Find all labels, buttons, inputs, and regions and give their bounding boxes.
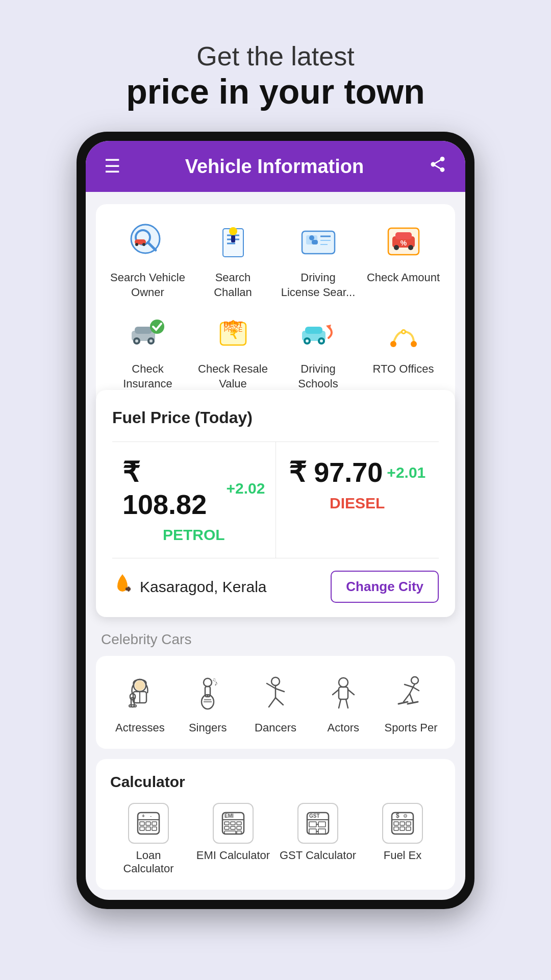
fuel-expense-calculator[interactable]: $ ⚙ Fuel Ex (364, 803, 441, 875)
fuel-ex-calc-icon: $ ⚙ (382, 803, 423, 844)
driving-license-label: Driving License Sear... (281, 271, 356, 300)
svg-rect-91 (146, 822, 151, 825)
celebrity-singers[interactable]: ♪ ♫ Singers (178, 670, 238, 734)
emi-calculator[interactable]: EMI EMI Calculator (195, 803, 271, 875)
svg-rect-56 (129, 705, 136, 707)
svg-text:+: + (142, 813, 145, 819)
loan-calc-icon: + - (128, 803, 169, 844)
svg-line-85 (408, 702, 418, 704)
petrol-amount: ₹ 108.82 +2.02 (122, 456, 265, 520)
diesel-amount: ₹ 97.70 +2.01 (289, 456, 425, 488)
celebrity-actors[interactable]: Actors (313, 670, 373, 734)
celebrity-sports[interactable]: Sports Per (381, 670, 441, 734)
svg-rect-121 (400, 822, 405, 825)
actresses-label: Actresses (115, 721, 165, 734)
svg-line-74 (333, 690, 339, 695)
svg-rect-124 (400, 827, 405, 830)
calculator-title: Calculator (110, 773, 441, 791)
fuel-title: Fuel Price (Today) (112, 408, 439, 427)
check-resale-label: Check Resale Value (195, 362, 270, 391)
svg-line-80 (405, 684, 413, 687)
svg-point-72 (339, 678, 348, 687)
actors-icon (320, 670, 366, 716)
diesel-label: DIESEL (330, 495, 385, 512)
menu-icon[interactable]: ☰ (104, 156, 120, 177)
svg-line-83 (410, 694, 413, 702)
fuel-location: Kasaragod, Kerala Change City (112, 571, 439, 603)
svg-point-66 (271, 677, 280, 685)
svg-point-32 (149, 339, 153, 342)
search-vehicle-label: Search Vehicle Owner (110, 271, 185, 300)
dancers-icon (253, 670, 298, 716)
svg-text:EMI: EMI (224, 813, 234, 819)
svg-rect-90 (140, 822, 144, 825)
svg-line-77 (346, 699, 348, 708)
svg-point-48 (403, 331, 405, 333)
diesel-price-item: ₹ 97.70 +2.01 DIESEL (276, 442, 439, 558)
diesel-value: ₹ 97.70 (289, 456, 383, 488)
svg-point-78 (411, 677, 418, 684)
service-check-resale[interactable]: ₹ BEST PRICE Check Resale Value (195, 310, 270, 391)
svg-point-24 (394, 245, 399, 250)
rto-offices-label: RTO Offices (373, 362, 434, 377)
petrol-change: +2.02 (227, 480, 265, 497)
loan-calculator[interactable]: + - Loan Calculator (110, 803, 187, 875)
svg-point-41 (306, 339, 309, 342)
service-search-vehicle[interactable]: Search Vehicle Owner (110, 218, 185, 300)
hero-section: Get the latest price in your town (106, 0, 445, 132)
phone-inner: ☰ Vehicle Information (86, 141, 465, 900)
service-driving-schools[interactable]: Driving Schools (281, 310, 356, 391)
search-challan-label: Search Challan (195, 271, 270, 300)
fuel-prices: ₹ 108.82 +2.02 PETROL ₹ 97.70 +2.01 DIES… (112, 442, 439, 558)
gst-calculator[interactable]: GST GST Calculator (280, 803, 356, 875)
svg-rect-111 (318, 822, 325, 827)
service-search-challan[interactable]: Search Challan (195, 218, 270, 300)
svg-rect-23 (395, 232, 412, 239)
calculator-section: Calculator + - (96, 759, 455, 890)
svg-line-81 (413, 687, 419, 691)
celebrity-actresses[interactable]: Actresses (110, 670, 170, 734)
search-vehicle-icon (125, 218, 171, 264)
svg-point-58 (204, 678, 212, 687)
svg-line-84 (398, 702, 408, 704)
svg-text:⚙: ⚙ (403, 813, 408, 819)
check-amount-icon: % (381, 218, 427, 264)
check-insurance-icon (125, 310, 171, 356)
svg-rect-100 (231, 822, 235, 825)
svg-rect-125 (406, 827, 411, 830)
celebrity-dancers[interactable]: Dancers (246, 670, 306, 734)
svg-rect-104 (237, 826, 241, 829)
emi-calc-label: EMI Calculator (196, 849, 270, 862)
check-insurance-label: Check Insurance (110, 362, 185, 391)
svg-rect-110 (309, 822, 316, 827)
gst-calc-icon: GST (297, 803, 338, 844)
driving-schools-icon (295, 310, 341, 356)
svg-text:♫: ♫ (212, 677, 216, 682)
svg-rect-120 (394, 822, 398, 825)
svg-text:$: $ (396, 812, 399, 819)
svg-rect-99 (224, 822, 229, 825)
fuel-ex-calc-label: Fuel Ex (384, 849, 422, 862)
change-city-button[interactable]: Change City (331, 571, 439, 603)
emi-calc-icon: EMI (213, 803, 254, 844)
svg-line-68 (267, 683, 276, 689)
svg-rect-11 (231, 235, 235, 242)
svg-rect-95 (152, 827, 157, 830)
svg-rect-28 (135, 327, 152, 334)
driving-schools-label: Driving Schools (281, 362, 356, 391)
svg-text:%: % (400, 239, 407, 247)
sports-icon (388, 670, 434, 716)
search-challan-icon (210, 218, 256, 264)
diesel-change: +2.01 (387, 464, 425, 481)
svg-point-25 (408, 245, 413, 250)
location-left: Kasaragod, Kerala (112, 572, 267, 601)
singers-label: Singers (189, 721, 227, 734)
services-grid: Search Vehicle Owner (110, 218, 441, 391)
services-card: Search Vehicle Owner (96, 204, 455, 405)
service-check-insurance[interactable]: Check Insurance (110, 310, 185, 391)
service-check-amount[interactable]: % Check Amount (366, 218, 441, 300)
share-icon[interactable] (429, 155, 447, 178)
service-driving-license[interactable]: Driving License Sear... (281, 218, 356, 300)
service-rto-offices[interactable]: RTO Offices (366, 310, 441, 391)
rto-offices-icon (381, 310, 427, 356)
